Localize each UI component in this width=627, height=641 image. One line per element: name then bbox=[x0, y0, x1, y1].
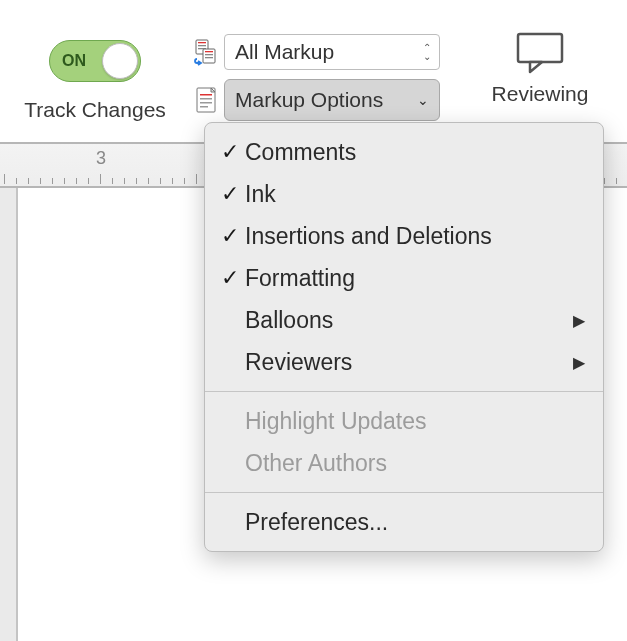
display-for-review-icon bbox=[190, 38, 224, 66]
menu-item-label: Balloons bbox=[245, 307, 573, 334]
checkmark-icon: ✓ bbox=[215, 139, 245, 165]
svg-rect-11 bbox=[200, 102, 212, 104]
svg-rect-6 bbox=[205, 54, 213, 55]
markup-options-label: Markup Options bbox=[235, 88, 383, 112]
svg-rect-13 bbox=[518, 34, 562, 62]
markup-options-button[interactable]: Markup Options ⌄ bbox=[224, 79, 440, 121]
menu-item-formatting[interactable]: ✓Formatting bbox=[205, 257, 603, 299]
display-for-review-row: All Markup ⌃⌄ bbox=[190, 32, 440, 72]
svg-rect-12 bbox=[200, 106, 208, 108]
checkmark-icon: ✓ bbox=[215, 223, 245, 249]
menu-item-label: Ink bbox=[245, 181, 585, 208]
svg-rect-9 bbox=[200, 94, 212, 96]
menu-item-comments[interactable]: ✓Comments bbox=[205, 131, 603, 173]
menu-item-label: Other Authors bbox=[245, 450, 585, 477]
markup-options-menu: ✓Comments✓Ink✓Insertions and Deletions✓F… bbox=[204, 122, 604, 552]
menu-item-label: Comments bbox=[245, 139, 585, 166]
ruler-number: 3 bbox=[96, 148, 106, 169]
menu-separator bbox=[205, 492, 603, 493]
checkmark-icon: ✓ bbox=[215, 265, 245, 291]
document-left-margin bbox=[0, 188, 18, 641]
track-changes-toggle[interactable]: ON bbox=[49, 40, 141, 82]
checkmark-icon: ✓ bbox=[215, 181, 245, 207]
menu-item-label: Insertions and Deletions bbox=[245, 223, 585, 250]
markup-options-icon bbox=[190, 85, 224, 115]
display-for-review-select[interactable]: All Markup ⌃⌄ bbox=[224, 34, 440, 70]
markup-options-row: Markup Options ⌄ bbox=[190, 80, 440, 120]
svg-rect-5 bbox=[205, 51, 213, 52]
reviewing-pane-icon bbox=[512, 28, 568, 76]
reviewing-pane-group[interactable]: Reviewing bbox=[470, 28, 610, 106]
submenu-arrow-icon: ▶ bbox=[573, 311, 585, 330]
menu-separator bbox=[205, 391, 603, 392]
ribbon: ON Track Changes All Marku bbox=[0, 0, 627, 140]
menu-item-preferences[interactable]: Preferences... bbox=[205, 501, 603, 543]
menu-item-label: Highlight Updates bbox=[245, 408, 585, 435]
menu-item-balloons[interactable]: Balloons▶ bbox=[205, 299, 603, 341]
track-changes-label: Track Changes bbox=[24, 98, 166, 122]
menu-item-highlight-updates: Highlight Updates bbox=[205, 400, 603, 442]
markup-controls-group: All Markup ⌃⌄ Markup Options ⌄ bbox=[190, 32, 440, 120]
svg-rect-2 bbox=[198, 45, 206, 46]
display-for-review-value: All Markup bbox=[235, 40, 334, 64]
stepper-arrows-icon: ⌃⌄ bbox=[423, 43, 431, 61]
chevron-down-icon: ⌄ bbox=[417, 92, 429, 108]
menu-item-insertions-and-deletions[interactable]: ✓Insertions and Deletions bbox=[205, 215, 603, 257]
menu-item-label: Preferences... bbox=[245, 509, 585, 536]
reviewing-label: Reviewing bbox=[492, 82, 589, 106]
menu-item-ink[interactable]: ✓Ink bbox=[205, 173, 603, 215]
menu-item-other-authors: Other Authors bbox=[205, 442, 603, 484]
menu-item-label: Formatting bbox=[245, 265, 585, 292]
menu-item-reviewers[interactable]: Reviewers▶ bbox=[205, 341, 603, 383]
toggle-knob bbox=[102, 43, 138, 79]
menu-item-label: Reviewers bbox=[245, 349, 573, 376]
submenu-arrow-icon: ▶ bbox=[573, 353, 585, 372]
svg-rect-10 bbox=[200, 98, 212, 100]
svg-rect-7 bbox=[205, 57, 213, 58]
track-changes-group: ON Track Changes bbox=[0, 10, 190, 122]
svg-rect-1 bbox=[198, 42, 206, 43]
toggle-state-label: ON bbox=[62, 52, 86, 70]
